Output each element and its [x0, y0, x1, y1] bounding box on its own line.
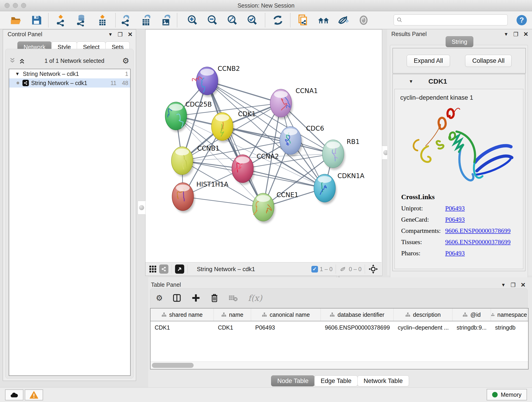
import-table-file-button[interactable]: [96, 13, 109, 27]
zoom-out-button[interactable]: [206, 13, 219, 27]
warnings-button[interactable]: [25, 389, 43, 400]
search-input[interactable]: [404, 17, 507, 23]
export-image-button[interactable]: [159, 13, 173, 27]
close-panel-icon[interactable]: ✕: [128, 31, 133, 38]
network-collection-row[interactable]: ▼ String Network – cdk1 1: [9, 69, 130, 78]
panel-menu-icon[interactable]: ▼: [108, 32, 113, 37]
zoom-in-button[interactable]: [186, 13, 199, 27]
home-views-button[interactable]: [317, 13, 330, 27]
import-network-database-button[interactable]: [75, 13, 88, 27]
table-row[interactable]: CDK1CDK1P064939606.ENSP00000378699cyclin…: [151, 321, 528, 334]
hidden-eye-icon[interactable]: [339, 266, 347, 273]
show-columns-icon[interactable]: [172, 293, 182, 303]
float-panel-icon[interactable]: ❐: [511, 282, 516, 288]
column-header-database-identifier[interactable]: database identifier: [321, 308, 394, 321]
float-panel-icon[interactable]: ❐: [118, 32, 123, 38]
crosslink-link[interactable]: 9606.ENSP00000378699: [445, 227, 510, 235]
selected-checkbox-icon[interactable]: ✓: [311, 266, 318, 273]
detach-view-button[interactable]: [175, 264, 184, 274]
network-options-gear-icon[interactable]: ⚙: [122, 57, 129, 65]
tab-edge-table[interactable]: Edge Table: [314, 375, 358, 386]
network-node-HIST1H1A[interactable]: HIST1H1A: [172, 181, 228, 213]
network-node-CCNE1[interactable]: CCNE1: [253, 191, 298, 223]
show-selected-button[interactable]: [357, 13, 370, 27]
collection-label: String Network – cdk1: [23, 70, 120, 77]
column-header-description[interactable]: description: [394, 308, 452, 321]
memory-status-button[interactable]: Memory: [487, 389, 527, 400]
status-bar: Memory: [0, 387, 532, 402]
pan-crosshair-icon[interactable]: [368, 264, 378, 274]
crosslink-link[interactable]: 9606.ENSP00000378699: [445, 238, 510, 246]
network-edge[interactable]: [183, 197, 263, 207]
gene-entry-cdk1: ▼ CDK1 cyclin–dependent kinase 1: [393, 74, 525, 271]
horizontal-scrollbar[interactable]: [151, 361, 528, 369]
import-network-file-button[interactable]: [55, 13, 68, 27]
zoom-fit-button[interactable]: [226, 13, 239, 27]
cloud-status-button[interactable]: [5, 389, 23, 400]
table-options-gear-icon[interactable]: ⚙: [156, 294, 163, 302]
crosslinks-section: CrossLinks Uniprot:P06493GeneCard:P06493…: [401, 193, 523, 257]
toolbar-separator: [177, 13, 177, 27]
export-table-button[interactable]: [139, 13, 153, 27]
hide-selected-button[interactable]: [336, 13, 350, 27]
duplicate-network-button[interactable]: [297, 13, 310, 27]
tab-string[interactable]: String: [446, 36, 474, 47]
search-field[interactable]: [394, 14, 508, 26]
entry-expand-icon[interactable]: ▼: [409, 79, 413, 84]
delete-column-trash-icon[interactable]: [210, 293, 219, 303]
scrollbar-thumb[interactable]: [152, 363, 194, 368]
tab-node-table[interactable]: Node Table: [271, 375, 315, 386]
gene-entry-header[interactable]: ▼ CDK1: [393, 74, 525, 89]
control-panel: Control Panel ▼ ❐ ✕ NetworkStyleSelectSe…: [3, 29, 136, 381]
network-node-CDC25B[interactable]: CDC25B: [165, 101, 212, 132]
network-view-title: String Network – cdk1: [197, 266, 311, 273]
panel-menu-icon[interactable]: ▼: [501, 282, 506, 288]
column-header-label: description: [413, 312, 441, 318]
delete-table-icon[interactable]: [228, 294, 239, 302]
network-node-CDK1[interactable]: CDK1: [211, 110, 256, 143]
collection-expand-icon[interactable]: ▼: [15, 71, 20, 77]
collapse-all-chevron-icon[interactable]: [9, 57, 17, 64]
network-node-CCNB2[interactable]: CCNB2: [192, 65, 240, 97]
grid-view-button[interactable]: [148, 264, 157, 274]
tab-network-table[interactable]: Network Table: [357, 375, 409, 386]
expand-all-chevron-icon[interactable]: [19, 57, 27, 64]
network-row-selected[interactable]: String Network – cdk1 11 48: [9, 78, 130, 88]
column-header--id[interactable]: @id: [452, 308, 491, 321]
crosslink-link[interactable]: P06493: [445, 205, 465, 212]
memory-ok-dot-icon: [492, 392, 498, 397]
cloud-icon: [10, 391, 19, 398]
network-canvas[interactable]: CCNB2CCNA1CDC25BCDK1CDC6RB1CCNB1CCNA2CDK…: [146, 30, 381, 262]
node-table: shared namenamecanonical namedatabase id…: [150, 308, 529, 370]
close-panel-icon[interactable]: ✕: [520, 281, 526, 288]
import-database-icon: [75, 14, 88, 26]
left-splitter-handle[interactable]: [138, 201, 146, 215]
new-network-button[interactable]: [119, 13, 133, 27]
column-header-name[interactable]: name: [214, 308, 251, 321]
column-header-shared-name[interactable]: shared name: [151, 308, 214, 321]
network-edge[interactable]: [207, 81, 263, 207]
string-results-container: Expand All Collapse All ▼ CDK1 cyclin–de…: [390, 45, 528, 298]
refresh-view-button[interactable]: [271, 13, 285, 27]
network-node-RB1[interactable]: RB1: [322, 138, 360, 170]
network-node-CDC6[interactable]: CDC6: [280, 125, 324, 157]
collapse-all-button[interactable]: Collapse All: [465, 55, 512, 67]
window-title: Session: New Session: [0, 2, 532, 9]
function-builder-icon[interactable]: f(x): [248, 293, 262, 303]
column-header-label: name: [229, 312, 244, 318]
import-network-icon: [55, 14, 67, 26]
column-header-namespace[interactable]: namespace: [491, 308, 527, 321]
save-session-button[interactable]: [30, 13, 43, 27]
expand-all-button[interactable]: Expand All: [407, 55, 450, 67]
open-session-button[interactable]: [9, 13, 22, 27]
network-node-CCNA1[interactable]: CCNA1: [270, 87, 318, 119]
help-button[interactable]: ?: [515, 13, 528, 27]
crosslink-link[interactable]: P06493: [445, 249, 465, 257]
toolbar-separator: [290, 13, 291, 27]
network-node-CDKN1A[interactable]: CDKN1A: [314, 172, 364, 204]
crosslink-link[interactable]: P06493: [445, 216, 465, 223]
column-header-canonical-name[interactable]: canonical name: [251, 308, 321, 321]
create-column-plus-icon[interactable]: [191, 293, 201, 303]
zoom-selected-button[interactable]: [246, 13, 259, 27]
network-birdseye-button[interactable]: [159, 264, 168, 274]
